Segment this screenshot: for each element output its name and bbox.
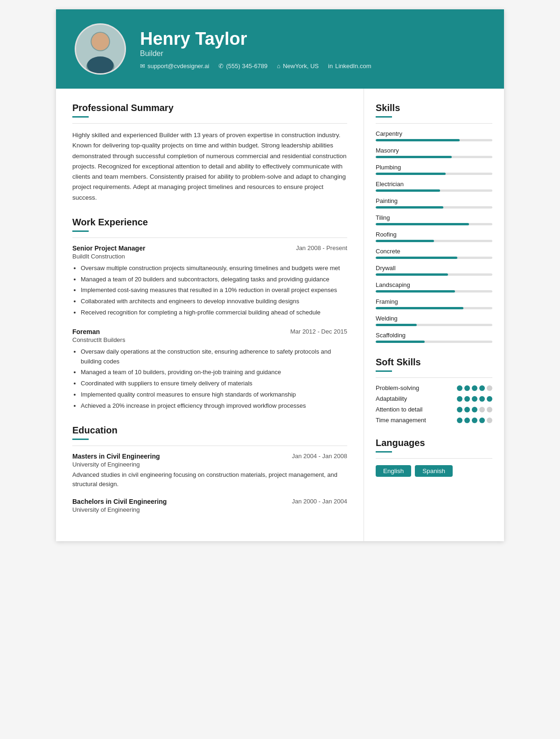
skill-bar bbox=[376, 206, 492, 209]
contact-list: ✉support@cvdesigner.ai✆(555) 345-6789⌂Ne… bbox=[140, 63, 485, 70]
work-divider bbox=[72, 230, 89, 232]
skill-bar bbox=[376, 290, 492, 293]
soft-skill-dot bbox=[487, 418, 492, 423]
soft-skill-dot bbox=[479, 396, 485, 402]
summary-line bbox=[72, 123, 347, 124]
resume-header: Henry Taylor Builder ✉support@cvdesigner… bbox=[56, 9, 504, 89]
skill-item: Scaffolding bbox=[376, 332, 492, 343]
job-bullets: Oversaw multiple construction projects s… bbox=[72, 264, 347, 318]
languages-section: Languages EnglishSpanish bbox=[376, 438, 492, 477]
languages-line bbox=[376, 458, 492, 459]
job-bullet: Oversaw daily operations at the construc… bbox=[81, 347, 347, 367]
skill-name: Masonry bbox=[376, 147, 492, 154]
skill-bar bbox=[376, 189, 492, 192]
job-item: Foreman Mar 2012 - Dec 2015 ConstructIt … bbox=[72, 328, 347, 411]
soft-skill-dot bbox=[457, 396, 462, 402]
skill-name: Concrete bbox=[376, 248, 492, 255]
skill-fill bbox=[376, 257, 457, 259]
skill-name: Landscaping bbox=[376, 281, 492, 288]
linkedin-icon: in bbox=[328, 63, 333, 70]
job-header: Foreman Mar 2012 - Dec 2015 bbox=[72, 328, 347, 335]
job-title: Foreman bbox=[72, 328, 100, 335]
skill-item: Roofing bbox=[376, 231, 492, 242]
skill-bar bbox=[376, 139, 492, 141]
soft-skill-item: Adaptability bbox=[376, 395, 492, 402]
job-bullet: Coordinated with suppliers to ensure tim… bbox=[81, 379, 347, 389]
job-bullet: Implemented cost-saving measures that re… bbox=[81, 286, 347, 295]
soft-skill-dot bbox=[464, 385, 470, 391]
job-bullets: Oversaw daily operations at the construc… bbox=[72, 347, 347, 411]
summary-section: Professional Summary Highly skilled and … bbox=[72, 103, 347, 203]
skill-fill bbox=[376, 290, 455, 293]
soft-skills-container: Problem-solving Adaptability Attention t… bbox=[376, 384, 492, 424]
job-bullet: Oversaw multiple construction projects s… bbox=[81, 264, 347, 273]
education-section: Education Masters in Civil Engineering J… bbox=[72, 425, 347, 514]
skills-divider bbox=[376, 116, 392, 118]
contact-item-location: ⌂NewYork, US bbox=[277, 63, 319, 70]
job-bullet: Managed a team of 10 builders, providing… bbox=[81, 368, 347, 377]
soft-skill-dot bbox=[457, 385, 462, 391]
resume-body: Professional Summary Highly skilled and … bbox=[56, 89, 504, 541]
skill-item: Carpentry bbox=[376, 130, 492, 141]
skill-name: Scaffolding bbox=[376, 332, 492, 339]
skill-item: Framing bbox=[376, 298, 492, 309]
education-line bbox=[72, 446, 347, 446]
job-bullet: Collaborated with architects and enginee… bbox=[81, 297, 347, 307]
soft-skill-item: Problem-solving bbox=[376, 384, 492, 391]
soft-skills-line bbox=[376, 377, 492, 378]
phone-icon: ✆ bbox=[218, 63, 224, 70]
skills-section: Skills Carpentry Masonry Plumbing Electr… bbox=[376, 103, 492, 343]
soft-skill-name: Time management bbox=[376, 417, 457, 424]
contact-text: (555) 345-6789 bbox=[226, 63, 267, 70]
contact-text: support@cvdesigner.ai bbox=[147, 63, 209, 70]
skill-fill bbox=[376, 156, 452, 158]
languages-divider bbox=[376, 451, 392, 453]
edu-degree: Bachelors in Civil Engineering bbox=[72, 498, 167, 505]
education-title: Education bbox=[72, 425, 347, 436]
summary-divider bbox=[72, 116, 89, 118]
edu-dates: Jan 2004 - Jan 2008 bbox=[292, 453, 347, 460]
work-experience-title: Work Experience bbox=[72, 217, 347, 228]
soft-skill-dot bbox=[464, 396, 470, 402]
skill-item: Tiling bbox=[376, 214, 492, 225]
skill-item: Plumbing bbox=[376, 164, 492, 175]
left-column: Professional Summary Highly skilled and … bbox=[56, 89, 364, 541]
skill-fill bbox=[376, 240, 434, 242]
skill-item: Electrician bbox=[376, 181, 492, 192]
education-divider bbox=[72, 439, 89, 440]
edu-item: Masters in Civil Engineering Jan 2004 - … bbox=[72, 453, 347, 490]
contact-item-email: ✉support@cvdesigner.ai bbox=[140, 63, 209, 70]
soft-skill-dot bbox=[464, 407, 470, 412]
jobs-container: Senior Project Manager Jan 2008 - Presen… bbox=[72, 244, 347, 411]
skill-name: Welding bbox=[376, 315, 492, 322]
edu-school: University of Engineering bbox=[72, 461, 347, 468]
soft-skill-dot bbox=[472, 385, 477, 391]
skills-title: Skills bbox=[376, 103, 492, 113]
edu-container: Masters in Civil Engineering Jan 2004 - … bbox=[72, 453, 347, 514]
soft-skills-section: Soft Skills Problem-solving Adaptability… bbox=[376, 357, 492, 424]
edu-header: Masters in Civil Engineering Jan 2004 - … bbox=[72, 453, 347, 460]
soft-skill-name: Attention to detail bbox=[376, 406, 457, 413]
skill-item: Painting bbox=[376, 197, 492, 209]
soft-skill-dot bbox=[479, 407, 485, 412]
edu-degree: Masters in Civil Engineering bbox=[72, 453, 160, 460]
soft-skill-dots bbox=[457, 385, 492, 391]
skill-fill bbox=[376, 341, 425, 343]
contact-item-phone: ✆(555) 345-6789 bbox=[218, 63, 267, 70]
language-tag[interactable]: Spanish bbox=[415, 465, 453, 477]
job-title: Senior Project Manager bbox=[72, 244, 145, 252]
job-dates: Mar 2012 - Dec 2015 bbox=[290, 328, 347, 335]
skill-name: Painting bbox=[376, 197, 492, 204]
email-icon: ✉ bbox=[140, 63, 145, 70]
contact-item-linkedin: inLinkedIn.com bbox=[328, 63, 371, 70]
job-header: Senior Project Manager Jan 2008 - Presen… bbox=[72, 244, 347, 252]
soft-skill-dot bbox=[479, 418, 485, 423]
resume-container: Henry Taylor Builder ✉support@cvdesigner… bbox=[56, 9, 504, 541]
edu-dates: Jan 2000 - Jan 2004 bbox=[292, 498, 347, 505]
work-experience-section: Work Experience Senior Project Manager J… bbox=[72, 217, 347, 411]
language-tag[interactable]: English bbox=[376, 465, 411, 477]
soft-skill-dot bbox=[457, 407, 462, 412]
avatar bbox=[75, 23, 126, 75]
work-line bbox=[72, 237, 347, 238]
summary-text: Highly skilled and experienced Builder w… bbox=[72, 130, 347, 203]
